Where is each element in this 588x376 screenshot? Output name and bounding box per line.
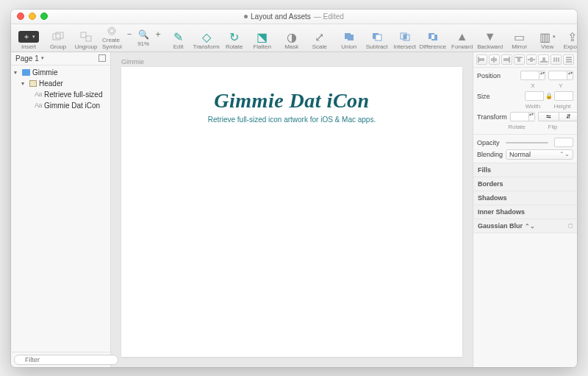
close-button[interactable] <box>17 13 24 20</box>
backward-button[interactable]: ▼Backward <box>477 25 503 50</box>
intersect-button[interactable]: Intersect <box>392 25 418 50</box>
align-left-button[interactable] <box>476 54 487 65</box>
mirror-button[interactable]: ▭Mirror <box>506 25 533 50</box>
distribute-h-button[interactable] <box>551 54 562 65</box>
canvas[interactable]: Gimmie Gimmie Dat iCon Retrieve full-siz… <box>111 52 473 367</box>
shadows-header[interactable]: Shadows <box>473 191 577 205</box>
zoom-control[interactable]: － 🔍 ＋ 91% <box>125 28 162 47</box>
transform-button[interactable]: ◇Transform <box>193 25 220 50</box>
union-button[interactable]: Union <box>336 25 362 50</box>
rotate-input[interactable] <box>510 112 529 121</box>
mask-button[interactable]: ◑Mask <box>279 25 305 50</box>
union-icon <box>343 31 356 43</box>
svg-rect-29 <box>558 57 559 62</box>
layer-name: Retrieve full-sized <box>44 91 102 99</box>
text-layer-icon: Aa <box>35 102 42 109</box>
mirror-icon: ▭ <box>513 31 526 43</box>
tree-artboard-row[interactable]: ▾ Gimmie <box>11 67 110 78</box>
svg-rect-22 <box>517 58 520 62</box>
height-input[interactable] <box>554 91 573 101</box>
svg-rect-18 <box>491 58 497 61</box>
borders-header[interactable]: Borders <box>473 177 577 191</box>
view-button[interactable]: ▥▾View <box>534 25 561 50</box>
filter-bar: 🔍 ✂ 1 <box>11 352 110 367</box>
create-symbol-button[interactable]: Create Symbol <box>102 25 122 50</box>
tree-group-row[interactable]: ▾ Header <box>11 78 110 89</box>
export-button[interactable]: ⇪Export <box>564 25 577 50</box>
page-selector[interactable]: Page 1 ▾ <box>11 52 110 65</box>
flip-h-button[interactable]: ⇋ <box>538 112 559 121</box>
add-icon[interactable]: □ <box>569 222 573 230</box>
stepper-icon[interactable]: ▴▾ <box>539 71 545 80</box>
gaussian-blur-header[interactable]: Gaussian Blur ⌃⌄ □ <box>473 219 577 233</box>
align-right-button[interactable] <box>501 54 512 65</box>
svg-rect-24 <box>530 57 533 62</box>
layer-tree: ▾ Gimmie ▾ Header Aa Retrieve full-sized… <box>11 65 110 352</box>
artboard-grid-icon[interactable] <box>98 54 106 62</box>
group-button[interactable]: Group <box>45 25 71 50</box>
svg-rect-26 <box>542 57 545 61</box>
svg-rect-3 <box>86 36 91 41</box>
disclosure-triangle-icon[interactable]: ▾ <box>21 80 27 87</box>
position-x-input[interactable] <box>520 71 539 80</box>
distribute-v-button[interactable] <box>563 54 574 65</box>
svg-rect-16 <box>479 58 484 61</box>
view-icon: ▥▾ <box>541 31 554 43</box>
opacity-slider[interactable] <box>506 142 548 143</box>
flip-v-button[interactable]: ⇵ <box>559 112 577 121</box>
svg-rect-11 <box>404 35 406 39</box>
forward-button[interactable]: ▲Forward <box>449 25 476 50</box>
fills-header[interactable]: Fills <box>473 163 577 177</box>
toolbar: ＋▾ Insert Group Ungroup Create Symbol － … <box>11 24 577 52</box>
stepper-icon[interactable]: ▴▾ <box>567 71 573 80</box>
position-y-input[interactable] <box>548 71 567 80</box>
subtract-button[interactable]: Subtract <box>364 25 390 50</box>
transform-label: Transform <box>477 113 507 121</box>
edit-button[interactable]: ✎Edit <box>165 25 192 50</box>
lock-icon[interactable]: 🔒 <box>545 93 553 99</box>
scale-button[interactable]: ⤢Scale <box>306 25 333 50</box>
flatten-button[interactable]: ⬔Flatten <box>249 25 276 50</box>
tree-text-layer-row[interactable]: Aa Retrieve full-sized <box>11 89 110 100</box>
svg-rect-6 <box>348 35 354 40</box>
align-top-button[interactable] <box>514 54 525 65</box>
ungroup-label: Ungroup <box>75 43 98 50</box>
minimize-button[interactable] <box>29 13 36 20</box>
svg-rect-27 <box>553 57 555 62</box>
difference-icon <box>426 31 440 43</box>
flip-sublabel: Flip <box>532 124 573 130</box>
create-symbol-label: Create Symbol <box>102 37 122 50</box>
difference-button[interactable]: Difference <box>420 25 446 50</box>
zoom-out-button[interactable]: － <box>125 28 134 40</box>
tree-text-layer-row[interactable]: Aa Gimmie Dat iCon <box>11 100 110 111</box>
width-input[interactable] <box>525 91 544 101</box>
svg-rect-32 <box>566 61 572 63</box>
layer-filter-input[interactable] <box>14 355 118 365</box>
align-vcenter-button[interactable] <box>526 54 537 65</box>
opacity-input[interactable] <box>554 138 573 147</box>
align-bottom-button[interactable] <box>538 54 549 65</box>
chevron-updown-icon: ⌃⌄ <box>525 223 535 230</box>
headline-text[interactable]: Gimmie Dat iCon <box>214 89 369 113</box>
rotate-button[interactable]: ↻Rotate <box>221 25 248 50</box>
align-hcenter-button[interactable] <box>489 54 500 65</box>
subline-text[interactable]: Retrieve full-sized icon artwork for iOS… <box>208 116 376 124</box>
insert-button[interactable]: ＋▾ Insert <box>15 25 42 50</box>
svg-rect-1 <box>56 32 63 38</box>
app-window: Layout and Assets — Edited ＋▾ Insert Gro… <box>11 10 577 367</box>
blending-select[interactable]: Normal⌃⌄ <box>506 149 573 160</box>
artboard-title[interactable]: Gimmie <box>111 52 473 67</box>
ungroup-button[interactable]: Ungroup <box>73 25 99 50</box>
window-edited-suffix: — Edited <box>314 13 344 21</box>
artboard-surface[interactable]: Gimmie Dat iCon Retrieve full-sized icon… <box>121 67 462 357</box>
group-name: Header <box>39 79 63 88</box>
disclosure-triangle-icon[interactable]: ▾ <box>14 69 20 76</box>
window-title-text: Layout and Assets <box>251 13 311 21</box>
inner-shadows-header[interactable]: Inner Shadows <box>473 205 577 219</box>
zoom-in-button[interactable]: ＋ <box>154 28 162 40</box>
artboard-name: Gimmie <box>32 68 57 77</box>
stepper-icon[interactable]: ▴▾ <box>529 112 535 121</box>
mask-icon: ◑ <box>285 31 298 43</box>
titlebar: Layout and Assets — Edited <box>11 10 577 24</box>
zoom-button[interactable] <box>40 13 48 20</box>
